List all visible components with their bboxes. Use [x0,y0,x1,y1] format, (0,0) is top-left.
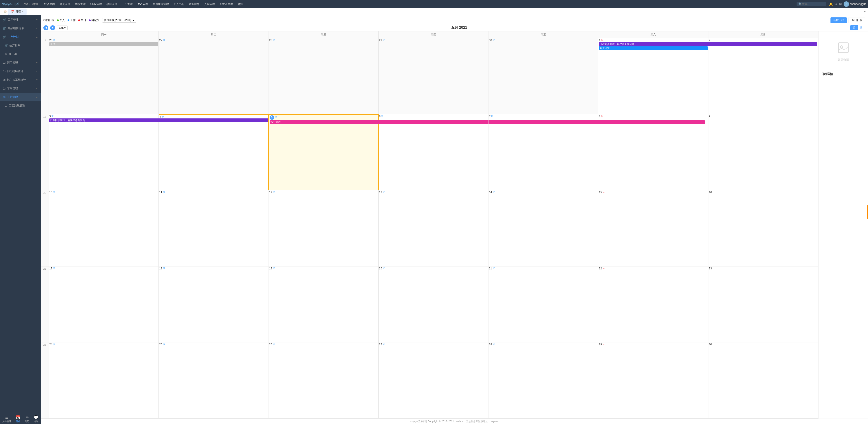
day-may4[interactable]: 4班 [159,114,269,190]
day-apr29[interactable]: 29班 [379,38,489,114]
sidebar-item-process-route[interactable]: 🗂工艺路线管理 [0,101,41,110]
nav-project[interactable]: 项目管理 [104,0,120,8]
tab-close-icon[interactable]: ✕ [22,10,24,13]
day-num-may30: 30 [709,343,712,346]
filter-custom[interactable]: 自定义 [89,18,99,22]
day-may12[interactable]: 12班 [269,190,379,266]
nav-personal[interactable]: 个人中心 [171,0,186,8]
nav-production[interactable]: 生产管理 [135,0,150,8]
day-num-may23: 23 [709,267,712,270]
event-salary-calc[interactable]: 薪资计算 [599,46,708,50]
sb-file-mgmt-label: 文件管理 [2,420,11,423]
nav-crm[interactable]: CRM管理 [88,0,104,8]
user-area[interactable]: C chendongguz [844,1,866,7]
day-may28[interactable]: 28班 [489,342,598,418]
day-may20[interactable]: 20班 [379,267,489,342]
day-apr27[interactable]: 27班 [159,38,269,114]
today-button[interactable]: today [57,26,68,30]
filter-personal[interactable]: 个人 [57,18,65,22]
day-may27[interactable]: 27班 [379,342,489,418]
mail-icon[interactable]: ✉ [835,2,837,6]
nav-dev[interactable]: 开发者桌面 [217,0,235,8]
nav-enterprise[interactable]: 企业服务 [186,0,202,8]
nav-hr[interactable]: 人事管理 [202,0,217,8]
search-area[interactable]: 🔍 [797,2,826,6]
day-may19[interactable]: 19班 [269,267,379,342]
day-may30[interactable]: 30 [708,342,818,418]
bell-icon[interactable]: 🔔 [829,2,833,6]
day-may21[interactable]: 21班 [489,267,598,342]
nav-default-desktop[interactable]: 默认桌面 [42,0,57,8]
day-may9[interactable]: 9 [708,114,818,190]
day-may18[interactable]: 18班 [159,267,269,342]
nav-school[interactable]: 学校管理 [72,0,88,8]
nav-monitor[interactable]: 监控 [235,0,245,8]
day-may22[interactable]: 22休 [598,267,708,342]
day-may10[interactable]: 10班 [49,190,159,266]
sidebar-item-work-order[interactable]: 🗂加工单 [0,50,41,58]
sidebar-item-product-list[interactable]: 🛒商品结构清单 ▼ [0,24,41,33]
sb-schedule[interactable]: 📅 日程 [16,415,20,423]
search-input[interactable] [802,2,825,6]
sidebar-item-production-plan[interactable]: 🛒生产计划 [0,41,41,50]
day-apr30[interactable]: 30班 [489,38,598,114]
day-may24[interactable]: 24班 [49,342,159,418]
sidebar-item-dept-work-stat[interactable]: 🗂部门加工单统计 ▼ [0,75,41,84]
day-num-apr28: 28 [269,39,272,42]
next-month-button[interactable]: ▶ [50,25,55,30]
nav-aftersale[interactable]: 售后服务管理 [150,0,171,8]
sidebar-item-process[interactable]: 🛒工序管理 ▼ [0,16,41,24]
sb-forum[interactable]: 💬 论坛 [34,415,38,423]
day-apr28[interactable]: 28班 [269,38,379,114]
day-may13[interactable]: 13班 [379,190,489,266]
day-may17[interactable]: 17班 [49,267,159,342]
day-may7[interactable]: 7班 [489,114,598,190]
day-may8[interactable]: 8休 [598,114,708,190]
sidebar-item-workshop[interactable]: 🗂车间管理 ▼ [0,84,41,93]
day-may3[interactable]: 3班 日程同步测试，解决任务新问题 [49,114,159,190]
screen-icon[interactable]: ⊞ [839,2,842,6]
day-may5[interactable]: 5班 拆分测试 [269,114,379,190]
day-may2[interactable]: 2 [708,38,818,114]
sidebar-item-dept[interactable]: 🗂部门管理 ▼ [0,58,41,67]
custom-dropdown[interactable]: 测试班次[20:30~22:00] ▼ [102,18,136,23]
day-view-button[interactable]: 日 [858,25,865,30]
day-num-may10: 10 [49,191,52,194]
day-num-may19: 19 [269,267,272,270]
sidebar-item-dept-material[interactable]: 🗂部门物料统计 ▼ [0,67,41,75]
sidebar-item-production-plan-section[interactable]: 🛒生产计划 ▲ [0,33,41,41]
new-event-button[interactable]: 新增日程 [831,18,847,23]
day-may1[interactable]: 1休 日程同步测试，解决任务新问题 薪资计算 [598,38,708,114]
day-may25[interactable]: 25班 [159,342,269,418]
sb-file-mgmt[interactable]: ☰ 文件管理 [2,415,11,423]
day-may23[interactable]: 23 [708,267,818,342]
today-schedule-button[interactable]: 今日日程 [848,17,865,23]
day-may26[interactable]: 26班 [269,342,379,418]
day-may11[interactable]: 11班 [159,190,269,266]
event-work[interactable]: 工作 [49,42,158,46]
right-edge-scrollbar[interactable] [867,205,868,219]
nav-salary[interactable]: 薪资管理 [57,0,72,8]
prev-month-button[interactable]: ◀ [43,25,49,30]
day-badge-may3: 班 [52,115,54,118]
day-badge-may15: 休 [602,191,604,194]
filter-work[interactable]: 工作 [68,18,75,22]
sb-notes[interactable]: ✏ 笔记 [25,415,29,423]
day-num-may26: 26 [269,343,272,346]
sidebar-label-dept: 部门管理 [7,61,18,65]
day-num-apr27: 27 [159,39,162,42]
day-apr26[interactable]: 26班 工作 [49,38,159,114]
expand-button[interactable]: ▼ [864,10,866,13]
day-may15[interactable]: 15休 [598,190,708,266]
day-may29[interactable]: 29休 [598,342,708,418]
day-badge-may12: 班 [273,191,275,194]
sidebar-item-process-mgmt-section[interactable]: 🗂工艺管理 ▲ [0,93,41,101]
nav-erp[interactable]: ERP管理 [120,0,135,8]
day-may16[interactable]: 16 [708,190,818,266]
home-button[interactable]: 🏠 [2,8,8,15]
month-view-button[interactable]: 月 [850,25,858,30]
day-may14[interactable]: 14班 [489,190,598,266]
filter-birthday[interactable]: 生日 [78,18,86,22]
tab-schedule[interactable]: 📅 日程 ✕ [8,8,26,15]
day-may6[interactable]: 6班 [379,114,489,190]
